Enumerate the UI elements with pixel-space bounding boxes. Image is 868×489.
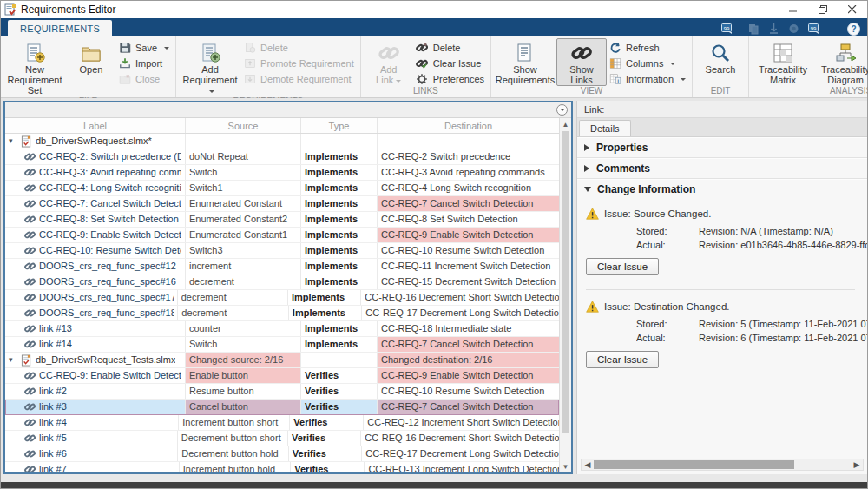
- show-requirements-button-label: ShowRequirements: [496, 64, 555, 85]
- link-row[interactable]: CC-REQ-2: Switch precedence (DOORS...doN…: [5, 149, 559, 165]
- link-row[interactable]: link #4Increment button shortVerifiesCC-…: [5, 415, 559, 431]
- ribbon-tab-strip: REQUIREMENTS 99 99 ?: [1, 18, 867, 36]
- add-requirement-button[interactable]: AddRequirement: [179, 38, 241, 96]
- cell-type: Verifies: [301, 400, 378, 414]
- column-header-type[interactable]: Type: [301, 118, 378, 133]
- link-row[interactable]: DOORS_crs_req_func_spec#18decrementImple…: [5, 306, 559, 321]
- vertical-scrollbar[interactable]: ▲ ▼: [559, 118, 571, 472]
- import-button[interactable]: Import: [118, 56, 169, 70]
- delete-requirement-button[interactable]: Delete: [243, 41, 354, 55]
- ribbon-toolbar: NewRequirement SetOpenSaveImportCloseFIL…: [1, 36, 867, 98]
- link-row[interactable]: CC-REQ-9: Enable Switch Detection (D...E…: [5, 228, 559, 243]
- ribbon-group-edit: SearchEDIT: [693, 36, 749, 97]
- column-header-label[interactable]: Label: [5, 118, 186, 133]
- save-button[interactable]: Save: [118, 41, 169, 55]
- maximize-button[interactable]: [808, 1, 838, 18]
- comment-icon[interactable]: 99: [720, 23, 733, 35]
- copy-icon[interactable]: [746, 23, 760, 35]
- close-button[interactable]: [838, 1, 867, 18]
- comment-menu-icon[interactable]: 99: [806, 23, 820, 35]
- promote-requirement-button[interactable]: Promote Requirement: [243, 56, 354, 70]
- link-icon: [24, 448, 36, 459]
- minimize-button[interactable]: [779, 1, 808, 18]
- new-requirement-set-button[interactable]: NewRequirement Set: [3, 38, 66, 96]
- link-row[interactable]: link #2Resume buttonVerifiesCC-REQ-10 Re…: [5, 384, 559, 400]
- scrollbar-thumb[interactable]: [594, 460, 794, 469]
- search-button[interactable]: Search: [695, 38, 746, 86]
- link-row[interactable]: CC-REQ-3: Avoid repeating commands ...Sw…: [5, 165, 559, 181]
- link-row[interactable]: link #7Increment button holdVerifiesCC-R…: [5, 462, 559, 472]
- link-row[interactable]: link #3Cancel buttonVerifiesCC-REQ-7 Can…: [5, 400, 559, 415]
- link-row[interactable]: CC-REQ-4: Long Switch recognition (D...S…: [5, 181, 559, 196]
- traceability-matrix-button[interactable]: TraceabilityMatrix: [752, 38, 814, 86]
- link-row[interactable]: CC-REQ-7: Cancel Switch Detection (D...E…: [5, 196, 559, 212]
- information-button[interactable]: iInformation: [608, 72, 686, 86]
- tab-requirements[interactable]: REQUIREMENTS: [8, 20, 112, 36]
- open-button[interactable]: Open: [66, 38, 116, 96]
- row-label: CC-REQ-2: Switch precedence (DOORS...: [39, 149, 181, 164]
- delete-link-button[interactable]: Delete: [416, 41, 484, 55]
- columns-button[interactable]: Columns: [608, 56, 686, 70]
- requirement-set-row[interactable]: ▾db_DriverSwRequest_Tests.slmxChanged so…: [5, 353, 559, 368]
- cell-source: [186, 134, 301, 149]
- collapse-twisty-icon[interactable]: ▾: [9, 134, 17, 149]
- clear-issue-button[interactable]: Clear Issue: [586, 351, 659, 368]
- column-header-destination[interactable]: Destination: [378, 118, 559, 133]
- show-links-button[interactable]: ShowLinks: [556, 38, 607, 86]
- horizontal-scrollbar[interactable]: ◀ ▶: [581, 459, 864, 471]
- section-properties-header[interactable]: Properties: [577, 137, 867, 157]
- tab-details[interactable]: Details: [579, 120, 631, 136]
- chevron-right-icon: [584, 144, 593, 151]
- demote-requirement-button[interactable]: Demote Requirement: [243, 72, 354, 86]
- row-label: link #6: [39, 446, 67, 461]
- link-row[interactable]: link #14SwitchImplementsCC-REQ-7 Cancel …: [5, 337, 559, 353]
- clear-issue-button[interactable]: Clear Issue: [416, 56, 484, 70]
- cell-dest: CC-REQ-7 Cancel Switch Detection: [378, 196, 559, 211]
- svg-text:?: ?: [851, 24, 856, 34]
- collapse-twisty-icon[interactable]: ▾: [9, 353, 17, 367]
- refresh-button[interactable]: Refresh: [608, 41, 686, 55]
- paste-icon[interactable]: [766, 23, 780, 35]
- preferences-button[interactable]: Preferences: [416, 72, 484, 86]
- traceability-diagram-button-label: TraceabilityDiagram: [821, 64, 868, 85]
- link-row[interactable]: DOORS_crs_req_func_spec#12incrementImple…: [5, 259, 559, 274]
- link-icon: [24, 433, 36, 444]
- scroll-right-icon[interactable]: ▶: [851, 460, 863, 469]
- refresh-button-label: Refresh: [626, 43, 660, 53]
- column-header-source[interactable]: Source: [186, 118, 301, 133]
- scroll-left-icon[interactable]: ◀: [582, 460, 594, 469]
- cell-dest: CC-REQ-7 Cancel Switch Detection: [378, 337, 559, 352]
- section-comments-header[interactable]: Comments: [577, 158, 867, 178]
- cell-source: counter: [186, 321, 301, 336]
- row-label: link #4: [39, 415, 67, 430]
- actual-label: Actual:: [636, 333, 699, 343]
- cell-type: Implements: [301, 212, 378, 227]
- link-row[interactable]: link #5Decrement button shortVerifiesCC-…: [5, 431, 559, 446]
- link-row[interactable]: DOORS_crs_req_func_spec#17decrementImple…: [5, 290, 559, 306]
- expand-search-icon[interactable]: [556, 104, 568, 116]
- link-row[interactable]: CC-REQ-10: Resume Switch Detection ...Sw…: [5, 243, 559, 259]
- requirement-set-row[interactable]: ▾db_DriverSwRequest.slmx*: [5, 134, 559, 149]
- cell-type: Implements: [301, 321, 378, 336]
- scrollbar-thumb[interactable]: [562, 131, 569, 433]
- clear-issue-button[interactable]: Clear Issue: [586, 258, 659, 275]
- link-row[interactable]: link #6Decrement button holdVerifiesCC-R…: [5, 446, 559, 462]
- link-row[interactable]: CC-REQ-8: Set Switch Detection (DOO...En…: [5, 212, 559, 228]
- print-icon[interactable]: [786, 23, 800, 35]
- help-icon[interactable]: ?: [846, 23, 860, 35]
- cell-dest: Changed destination: 2/16: [378, 353, 559, 367]
- links-table: Label Source Type Destination ▾db_Driver…: [5, 118, 559, 472]
- import-button-label: Import: [135, 58, 162, 69]
- scroll-down-icon[interactable]: ▼: [560, 460, 571, 472]
- close-button[interactable]: Close: [118, 72, 169, 86]
- show-requirements-button[interactable]: ShowRequirements: [494, 38, 556, 86]
- cell-source: Increment button short: [179, 415, 290, 430]
- scroll-up-icon[interactable]: ▲: [560, 118, 571, 130]
- link-row[interactable]: CC-REQ-9: Enable Switch Detection (D...E…: [5, 368, 559, 384]
- add-link-button[interactable]: AddLink: [364, 38, 414, 86]
- link-row[interactable]: link #13counterImplementsCC-REQ-18 Inter…: [5, 321, 559, 337]
- section-change-information-header[interactable]: Change Information: [577, 179, 867, 199]
- link-row[interactable]: DOORS_crs_req_func_spec#16decrementImple…: [5, 274, 559, 290]
- traceability-diagram-button[interactable]: TraceabilityDiagram: [814, 38, 868, 86]
- chevron-down-icon[interactable]: [826, 23, 840, 35]
